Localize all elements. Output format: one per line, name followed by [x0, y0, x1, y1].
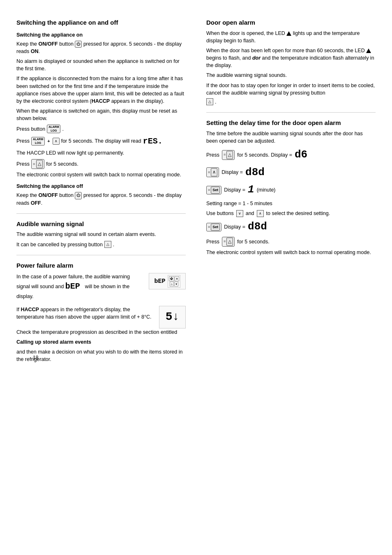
- haccp-row: If HACCP appears in the refrigerator's d…: [16, 306, 186, 328]
- audible-p2: It can be cancelled by pressing button: [16, 241, 103, 248]
- press-label-2: Press: [16, 137, 30, 145]
- back-normal-2: The electronic control system will switc…: [206, 249, 376, 256]
- panel-onoff: ⏻: [169, 276, 174, 281]
- power-p1: In the case of a power failure, the audi…: [16, 273, 144, 300]
- set-alarm-button-3: ≡ △: [222, 237, 235, 247]
- three-lines-icon-2: ≡: [224, 153, 226, 157]
- power-p4-suffix: and then make a decision on what you wis…: [16, 348, 186, 363]
- haccp-display-value: 5↓: [166, 309, 180, 326]
- switching-on-p4: When the appliance is switched on again,…: [16, 107, 186, 122]
- delay-set-row: ≡ Set Display = 1 (minute): [206, 182, 376, 198]
- delta-symbol-2: △: [226, 151, 233, 159]
- press-row-1: Press button ALARM LOG .: [16, 125, 186, 133]
- haccp-p2: If HACCP appears in the refrigerator's d…: [16, 306, 154, 321]
- press2-suffix: for 5 seconds. The display will read: [61, 137, 141, 145]
- alarm-log-button: ALARM LOG: [47, 125, 60, 133]
- up-button: ∧: [257, 210, 264, 217]
- set-display-value: 1: [248, 182, 254, 198]
- section-switching-title: Switching the appliance on and off: [16, 18, 186, 27]
- audible-cancel-row: It can be cancelled by pressing button △…: [16, 241, 186, 248]
- set-button-container-2: ≡ Set: [206, 223, 221, 231]
- set-display-label: Display =: [224, 186, 245, 194]
- divider-2: [16, 255, 186, 255]
- haccp-text: If HACCP appears in the refrigerator's d…: [16, 306, 154, 323]
- press-label-3: Press: [16, 160, 30, 168]
- subsection-on-title: Switching the appliance on: [16, 31, 186, 39]
- press3-suffix: for 5 seconds.: [46, 160, 78, 168]
- power-p3: Check the temperature progression as des…: [16, 328, 186, 336]
- delta-symbol: △: [36, 160, 43, 168]
- res-display: rES.: [143, 135, 163, 147]
- press-row-3: Press ≡ △ for 5 seconds.: [16, 159, 186, 169]
- haccp-led-text: The HACCP LED will now light up permanen…: [16, 149, 186, 157]
- up-arrow-symbol: ∧: [211, 168, 217, 176]
- door-alarm-title: Door open alarm: [206, 18, 376, 27]
- delay-time-title: Setting the delay time for the door open…: [206, 118, 376, 127]
- set-button-container: ≡ Set: [206, 186, 221, 194]
- switching-on-p2: No alarm is displayed or sounded when th…: [16, 58, 186, 72]
- set-word-2: Set: [211, 224, 220, 231]
- delay-set-row2: ≡ Set Display = d8d: [206, 219, 376, 235]
- triangle-button-cancel: △: [104, 241, 111, 248]
- display-d8d-2: d8d: [248, 219, 267, 235]
- power-failure-title: Power failure alarm: [16, 261, 186, 270]
- audible-p1: The audible warning signal will sound in…: [16, 231, 186, 238]
- set-display-suffix: (minute): [257, 186, 276, 194]
- setting-range: Setting range = 1 - 5 minutes: [206, 200, 376, 207]
- down-button: ∨: [236, 210, 243, 217]
- display-d6: d6: [295, 147, 307, 163]
- warning-triangle-icon-2: [366, 49, 371, 53]
- delay-press-row2: Press ≡ △ for 5 seconds.: [206, 237, 376, 247]
- power-icon-2: ⏻: [75, 192, 82, 199]
- panel-row2: △ ∨: [169, 282, 179, 287]
- three-lines-icon: ≡: [33, 162, 35, 166]
- use-buttons-label: Use buttons: [206, 210, 234, 217]
- door-p2: When the door has been left open for mor…: [206, 47, 376, 69]
- arrow-button-container: ≡ ∧: [206, 167, 219, 177]
- delay-p1: The time before the audible warning sign…: [206, 130, 376, 145]
- subsection-off-title: Switching the appliance off: [16, 183, 186, 190]
- left-column: Switching the appliance on and off Switc…: [16, 12, 190, 370]
- up-arrow-button: ∧: [53, 138, 60, 145]
- press-label-1: Press button: [16, 125, 45, 133]
- delay-arrow-row: ≡ ∧ Display = d8d: [206, 165, 376, 180]
- power-p4: Calling up stored alarm events: [16, 338, 186, 346]
- switching-on-p1: Keep the ON/OFF button ⏻ pressed for app…: [16, 40, 186, 55]
- plus-sign: +: [47, 138, 50, 145]
- divider-1: [16, 213, 186, 214]
- switching-off-p: Keep the ON/OFF button ⏻ pressed for app…: [16, 192, 186, 206]
- door-p3: The audible warning signal sounds.: [206, 72, 376, 79]
- door-p4: If the door has to stay open for longer …: [206, 82, 376, 97]
- three-lines-icon-6: ≡: [224, 240, 226, 243]
- delay-press-row1: Press ≡ △ for 5 seconds. Display = d6: [206, 147, 376, 163]
- delay-press2-suffix: for 5 seconds.: [237, 238, 270, 245]
- section-audible: Audible warning signal The audible warni…: [16, 220, 186, 248]
- set-display2-label: Display =: [224, 223, 245, 231]
- audible-title: Audible warning signal: [16, 220, 186, 229]
- btp-inline: bEP: [65, 282, 85, 291]
- panel-delta: △: [170, 282, 174, 287]
- delay-press1-suffix: for 5 seconds. Display =: [237, 151, 292, 159]
- set-alarm-button: ≡ △: [31, 159, 44, 169]
- panel-down: ∨: [174, 282, 178, 287]
- divider-3: [206, 112, 376, 113]
- panel-up: ∧: [175, 276, 179, 281]
- calling-alarm-bold: Calling up stored alarm events: [16, 339, 91, 345]
- section-door-alarm: Door open alarm When the door is opened,…: [206, 18, 376, 106]
- set-alarm-button-2: ≡ △: [222, 150, 235, 160]
- power-failure-text1: In the case of a power failure, the audi…: [16, 273, 144, 302]
- three-lines-icon-3: ≡: [208, 171, 210, 174]
- btp-display-image: bEP ⏻ ∧ △ ∨: [149, 273, 186, 289]
- power-icon: ⏻: [75, 41, 82, 48]
- right-column: Door open alarm When the door is opened,…: [202, 12, 376, 370]
- haccp-display-image: 5↓: [159, 306, 186, 328]
- use-buttons-row: Use buttons ∨ and ∧ to select the desire…: [206, 210, 376, 217]
- press-row-2: Press ALARM LOG + ∧ for 5 seconds. The d…: [16, 135, 186, 147]
- back-normal-1: The electronic control system will switc…: [16, 171, 186, 178]
- delta-symbol-3: △: [226, 238, 233, 246]
- btp-display-text: bEP: [154, 277, 165, 286]
- display-d8d-1: d8d: [245, 165, 265, 180]
- panel-row1: ⏻ ∧: [169, 276, 179, 281]
- panel-image: ⏻ ∧ △ ∨: [168, 275, 180, 288]
- display-arrow-label: Display =: [221, 169, 243, 176]
